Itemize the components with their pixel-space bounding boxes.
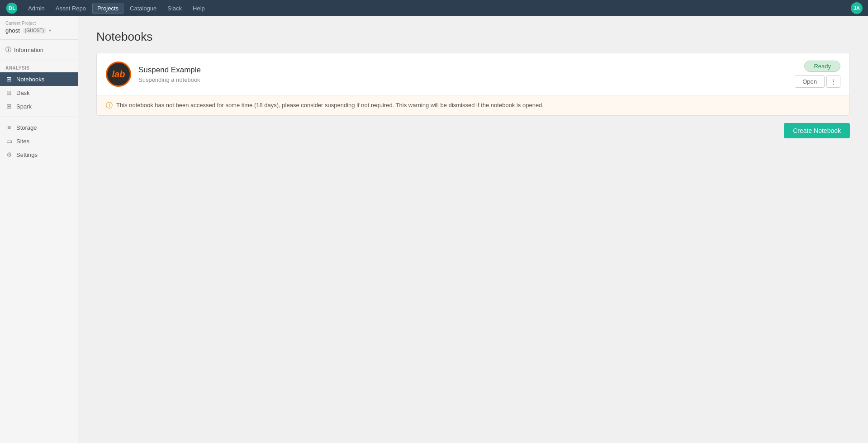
warning-banner: ⓘ This notebook has not been accessed fo… bbox=[97, 95, 849, 115]
notebook-card: lab Suspend Example Suspending a noteboo… bbox=[96, 53, 850, 116]
nav-slack[interactable]: Slack bbox=[163, 3, 186, 14]
notebook-actions: Ready Open ⋮ bbox=[795, 61, 840, 88]
dask-label: Dask bbox=[16, 90, 30, 96]
notebook-name: Suspend Example bbox=[138, 66, 787, 75]
project-name: ghost bbox=[5, 27, 20, 34]
notebook-logo: lab bbox=[106, 61, 131, 87]
create-notebook-row: Create Notebook bbox=[96, 123, 850, 138]
information-label: Information bbox=[14, 47, 43, 53]
settings-icon: ⚙ bbox=[5, 151, 13, 158]
svg-text:DL: DL bbox=[9, 5, 15, 11]
sites-label: Sites bbox=[16, 138, 29, 145]
nav-asset-repo[interactable]: Asset Repo bbox=[51, 3, 90, 14]
project-selector[interactable]: Current Project ghost (GHOST) ▾ bbox=[0, 16, 78, 40]
page-title: Notebooks bbox=[96, 30, 850, 44]
user-avatar[interactable]: JA bbox=[851, 2, 863, 14]
info-circle-icon bbox=[5, 46, 11, 54]
sidebar-item-notebooks[interactable]: ⊞ Notebooks bbox=[0, 72, 78, 86]
app-layout: Current Project ghost (GHOST) ▾ Informat… bbox=[0, 16, 868, 443]
nav-projects[interactable]: Projects bbox=[92, 3, 123, 14]
warning-text: This notebook has not been accessed for … bbox=[116, 101, 544, 110]
nav-catalogue[interactable]: Catalogue bbox=[125, 3, 161, 14]
storage-label: Storage bbox=[16, 124, 37, 131]
sidebar-info-section: Information bbox=[0, 40, 78, 60]
settings-label: Settings bbox=[16, 151, 38, 158]
notebook-logo-text: lab bbox=[112, 69, 125, 80]
spark-label: Spark bbox=[16, 103, 32, 110]
more-options-button[interactable]: ⋮ bbox=[826, 75, 840, 88]
storage-icon: ≡ bbox=[5, 124, 13, 131]
open-button[interactable]: Open bbox=[795, 75, 825, 88]
sites-icon: ▭ bbox=[5, 137, 13, 145]
current-project-label: Current Project bbox=[5, 21, 72, 26]
sidebar-divider bbox=[0, 117, 78, 117]
notebook-subtitle: Suspending a notebook bbox=[138, 76, 787, 83]
sidebar-item-storage[interactable]: ≡ Storage bbox=[0, 121, 78, 134]
project-tag: (GHOST) bbox=[23, 28, 46, 33]
notebook-card-header: lab Suspend Example Suspending a noteboo… bbox=[97, 53, 849, 95]
warning-icon: ⓘ bbox=[106, 101, 113, 110]
notebook-info: Suspend Example Suspending a notebook bbox=[138, 66, 787, 83]
sidebar: Current Project ghost (GHOST) ▾ Informat… bbox=[0, 16, 78, 443]
analysis-section-label: ANALYSIS bbox=[0, 60, 78, 72]
sidebar-item-information[interactable]: Information bbox=[5, 44, 72, 55]
spark-icon: ⊞ bbox=[5, 103, 13, 110]
notebooks-label: Notebooks bbox=[16, 76, 44, 83]
more-options-icon: ⋮ bbox=[830, 78, 836, 85]
action-buttons: Open ⋮ bbox=[795, 75, 840, 88]
status-badge: Ready bbox=[804, 61, 840, 72]
dask-icon: ⊞ bbox=[5, 89, 13, 96]
sidebar-item-dask[interactable]: ⊞ Dask bbox=[0, 86, 78, 99]
nav-admin[interactable]: Admin bbox=[24, 3, 49, 14]
notebooks-icon: ⊞ bbox=[5, 75, 13, 83]
sidebar-item-spark[interactable]: ⊞ Spark bbox=[0, 99, 78, 113]
dropdown-arrow-icon: ▾ bbox=[49, 28, 51, 33]
project-value: ghost (GHOST) ▾ bbox=[5, 27, 72, 34]
sidebar-item-settings[interactable]: ⚙ Settings bbox=[0, 148, 78, 161]
sidebar-item-sites[interactable]: ▭ Sites bbox=[0, 134, 78, 148]
main-content: Notebooks lab Suspend Example Suspending… bbox=[78, 16, 868, 443]
create-notebook-button[interactable]: Create Notebook bbox=[784, 123, 850, 138]
nav-help[interactable]: Help bbox=[188, 3, 209, 14]
top-navigation: DL Admin Asset Repo Projects Catalogue S… bbox=[0, 0, 868, 16]
app-logo: DL bbox=[5, 2, 18, 14]
